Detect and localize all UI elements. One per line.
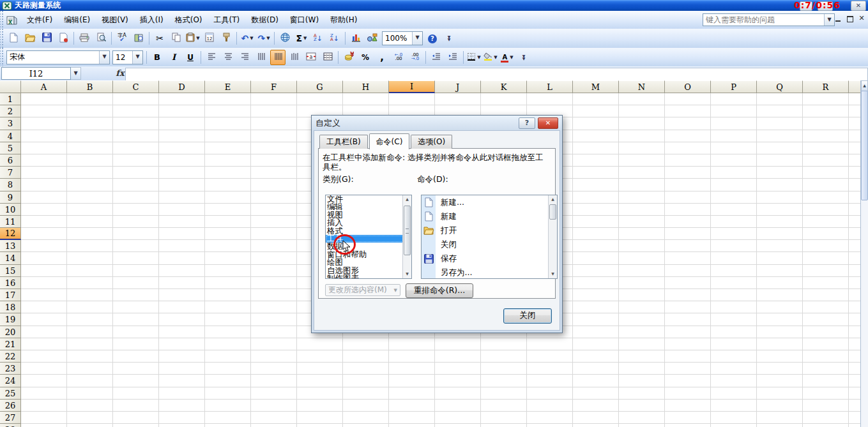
cell-C19[interactable] <box>113 313 159 326</box>
cell-A15[interactable] <box>21 265 67 277</box>
cell-P27[interactable] <box>711 412 757 424</box>
copy-button[interactable] <box>169 31 184 46</box>
vertical-scrollbar[interactable]: ▲ <box>860 80 868 427</box>
cell-F2[interactable] <box>251 105 297 117</box>
cell-D21[interactable] <box>159 338 205 350</box>
cell-O16[interactable] <box>665 277 711 289</box>
cell-M23[interactable] <box>573 363 619 375</box>
cell-M7[interactable] <box>573 167 619 179</box>
cell-N7[interactable] <box>619 167 665 179</box>
cell-N22[interactable] <box>619 350 665 363</box>
cell-A8[interactable] <box>21 179 67 191</box>
cell-M26[interactable] <box>573 400 619 412</box>
row-header-18[interactable]: 18 <box>0 301 21 313</box>
scrollbar-thumb[interactable] <box>861 91 868 200</box>
cell-C15[interactable] <box>113 265 159 277</box>
cell-E7[interactable] <box>205 167 251 179</box>
cell-M14[interactable] <box>573 252 619 264</box>
cell-A5[interactable] <box>21 142 67 154</box>
cell-E8[interactable] <box>205 179 251 191</box>
cell-Q8[interactable] <box>757 179 803 191</box>
cell-C21[interactable] <box>113 338 159 350</box>
menu-item-帮助[interactable]: 帮助(H) <box>324 13 363 27</box>
cell-I27[interactable] <box>389 412 435 424</box>
cell-M16[interactable] <box>573 277 619 289</box>
cell-M27[interactable] <box>573 412 619 424</box>
cell-Q18[interactable] <box>757 301 803 313</box>
cell-O7[interactable] <box>665 167 711 179</box>
vbars3-button[interactable] <box>287 50 302 65</box>
cell-E25[interactable] <box>205 387 251 400</box>
menu-item-文件[interactable]: 文件(F) <box>21 13 58 27</box>
autosum-button[interactable]: Σ▼ <box>294 31 309 46</box>
cell-F8[interactable] <box>251 179 297 191</box>
cell-O25[interactable] <box>665 387 711 400</box>
cell-P20[interactable] <box>711 326 757 338</box>
cell-H28[interactable] <box>343 424 389 427</box>
cell-A9[interactable] <box>21 191 67 204</box>
cell-Q24[interactable] <box>757 375 803 387</box>
chevron-down-icon[interactable]: ▼ <box>266 36 270 41</box>
cell-P3[interactable] <box>711 117 757 130</box>
cell-A7[interactable] <box>21 167 67 179</box>
cell-E1[interactable] <box>205 93 251 105</box>
cell-C25[interactable] <box>113 387 159 400</box>
cell-A1[interactable] <box>21 93 67 105</box>
cell-M19[interactable] <box>573 313 619 326</box>
cell-E21[interactable] <box>205 338 251 350</box>
row-header-27[interactable]: 27 <box>0 412 21 424</box>
cell-R1[interactable] <box>803 93 849 105</box>
cell-F17[interactable] <box>251 289 297 301</box>
row-header-21[interactable]: 21 <box>0 338 21 350</box>
cell-G26[interactable] <box>297 400 343 412</box>
menu-item-窗口[interactable]: 窗口(W) <box>284 13 324 27</box>
cell-I22[interactable] <box>389 350 435 363</box>
cell-F16[interactable] <box>251 277 297 289</box>
cell-C12[interactable] <box>113 228 159 240</box>
cell-B11[interactable] <box>67 216 113 228</box>
row-header-11[interactable]: 11 <box>0 216 21 228</box>
cell-B13[interactable] <box>67 240 113 252</box>
open-button[interactable] <box>22 31 38 46</box>
cell-Q19[interactable] <box>757 313 803 326</box>
cell-R25[interactable] <box>803 387 849 400</box>
cell-E3[interactable] <box>205 117 251 130</box>
chart-button[interactable] <box>348 31 363 46</box>
cell-P21[interactable] <box>711 338 757 350</box>
cell-J22[interactable] <box>435 350 481 363</box>
cell-E20[interactable] <box>205 326 251 338</box>
cell-O6[interactable] <box>665 154 711 167</box>
cell-A24[interactable] <box>21 375 67 387</box>
cell-D12[interactable] <box>159 228 205 240</box>
cell-C8[interactable] <box>113 179 159 191</box>
cell-A23[interactable] <box>21 363 67 375</box>
cell-H27[interactable] <box>343 412 389 424</box>
column-header-Q[interactable]: Q <box>757 80 803 93</box>
currency-button[interactable]: ¥ <box>341 50 356 65</box>
chevron-down-icon[interactable]: ▼ <box>132 51 142 64</box>
permission-button[interactable] <box>56 31 71 46</box>
column-header-P[interactable]: P <box>711 80 757 93</box>
drawing-button[interactable] <box>365 31 380 46</box>
cell-F1[interactable] <box>251 93 297 105</box>
cell-O5[interactable] <box>665 142 711 154</box>
cell-N3[interactable] <box>619 117 665 130</box>
cell-R14[interactable] <box>803 252 849 264</box>
cell-O12[interactable] <box>665 228 711 240</box>
cell-C5[interactable] <box>113 142 159 154</box>
cell-E18[interactable] <box>205 301 251 313</box>
cell-B4[interactable] <box>67 130 113 142</box>
dialog-help-button[interactable]: ? <box>519 117 535 129</box>
help-search-box[interactable]: ▼ <box>703 13 835 26</box>
cell-B8[interactable] <box>67 179 113 191</box>
chevron-down-icon[interactable]: ▼ <box>510 55 513 60</box>
cell-D11[interactable] <box>159 216 205 228</box>
cell-E27[interactable] <box>205 412 251 424</box>
cell-O28[interactable] <box>665 424 711 427</box>
cell-R20[interactable] <box>803 326 849 338</box>
bold-button[interactable]: B <box>149 50 165 65</box>
formula-input[interactable] <box>125 68 868 81</box>
cell-C3[interactable] <box>113 117 159 130</box>
row-header-4[interactable]: 4 <box>0 130 21 142</box>
spelling-button[interactable]: 字A✔ <box>114 31 130 46</box>
